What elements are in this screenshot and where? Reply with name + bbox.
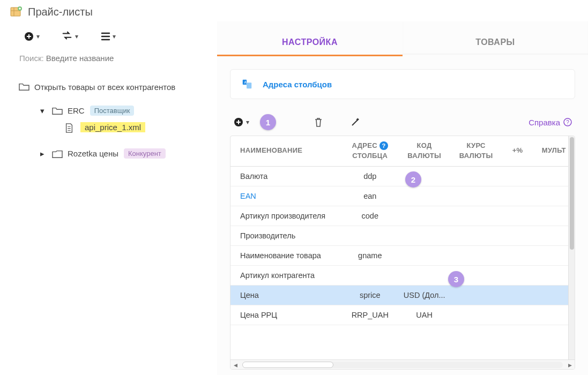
cell-rate: [450, 171, 502, 182]
cell-percent: [502, 230, 533, 241]
table-row[interactable]: ЦенаspriceUSD (Дол...: [230, 286, 575, 305]
chevron-down-icon: ▾: [113, 33, 116, 40]
callout-bubble-3: 3: [448, 271, 464, 287]
tab-products[interactable]: ТОВАРЫ: [403, 21, 588, 56]
cell-address: sprice: [341, 286, 398, 305]
cell-address: ddp: [341, 167, 398, 186]
cell-currency: [398, 211, 450, 221]
file-icon: [64, 123, 75, 132]
cell-percent: [502, 250, 533, 261]
table-row[interactable]: Валютаddp: [230, 167, 575, 186]
svg-text:A: A: [244, 80, 247, 84]
cell-currency: UAH: [398, 305, 450, 325]
cell-percent: [502, 211, 533, 221]
cell-address: [341, 230, 398, 241]
table-row[interactable]: Наименование товараgname: [230, 246, 575, 266]
cell-currency: [398, 191, 450, 201]
tree-file-api-price[interactable]: api_price_1.xml: [18, 119, 217, 136]
cell-name: EAN: [230, 186, 341, 206]
th-address[interactable]: АДРЕС ? СТОЛБЦА: [341, 136, 398, 166]
columns-section-title: Адреса столбцов: [263, 80, 332, 89]
cell-rate: [450, 290, 502, 301]
delete-button[interactable]: [314, 117, 323, 128]
chevron-down-icon: ▾: [246, 118, 249, 126]
callout-bubble-2: 2: [405, 171, 421, 188]
cell-name: Цена: [230, 286, 341, 305]
table-row[interactable]: Цена РРЦRRP_UAHUAH: [230, 305, 575, 325]
callout-bubble-1: 1: [260, 114, 276, 130]
help-icon[interactable]: ?: [379, 141, 388, 150]
columns-table: НАИМЕНОВАНИЕ АДРЕС ? СТОЛБЦА КОДВАЛЮТЫ К…: [230, 136, 575, 370]
tree-node-rozetka[interactable]: ▸ Rozetka цены Конкурент: [18, 145, 217, 162]
tabs: НАСТРОЙКА ТОВАРЫ: [217, 21, 588, 56]
magic-wand-button[interactable]: [350, 117, 361, 128]
cell-rate: [450, 191, 502, 201]
tree-expand-icon[interactable]: ▸: [39, 149, 46, 159]
svg-text:?: ?: [566, 119, 569, 125]
add-column-button[interactable]: ▾: [233, 117, 249, 128]
cell-name: Производитель: [230, 226, 341, 245]
tree-node-label: Rozetka цены: [68, 149, 118, 158]
search-label: Поиск:: [19, 54, 44, 63]
cell-rate: [450, 250, 502, 261]
table-row[interactable]: Производитель: [230, 226, 575, 246]
cell-percent: [502, 191, 533, 201]
tree-node-erc[interactable]: ▾ ERC Поставщик: [18, 102, 217, 119]
cell-rate: [450, 211, 502, 221]
svg-rect-6: [247, 82, 251, 88]
tree-node-label: ERC: [68, 106, 85, 115]
sidebar: ▾ ▾ ▾ Поиск:: [0, 21, 217, 375]
cell-name: Наименование товара: [230, 246, 341, 265]
tab-settings[interactable]: НАСТРОЙКА: [217, 21, 403, 56]
th-currency-code[interactable]: КОДВАЛЮТЫ: [398, 136, 450, 166]
help-link[interactable]: Справка ?: [529, 118, 572, 127]
cell-address: ean: [341, 186, 398, 206]
columns-section-header[interactable]: A Адреса столбцов: [230, 69, 575, 99]
tree-file-label: api_price_1.xml: [80, 122, 145, 132]
th-currency-rate[interactable]: КУРСВАЛЮТЫ: [450, 136, 502, 166]
chevron-down-icon: ▾: [36, 33, 40, 40]
add-button[interactable]: ▾: [24, 31, 40, 42]
cell-percent: [502, 310, 533, 320]
table-row[interactable]: Артикул производителяcode: [230, 206, 575, 226]
scroll-left-icon[interactable]: ◂: [230, 361, 240, 369]
cell-percent: [502, 290, 533, 301]
cell-address: code: [341, 206, 398, 226]
folder-open-icon: [51, 106, 62, 116]
chevron-down-icon: ▾: [75, 33, 78, 40]
table-row[interactable]: Артикул контрагента: [230, 266, 575, 286]
supplier-tag: Поставщик: [90, 106, 135, 116]
cell-percent: [502, 171, 533, 182]
cell-name: Цена РРЦ: [230, 305, 341, 325]
cell-currency: [398, 270, 450, 281]
cell-name: Артикул контрагента: [230, 266, 341, 285]
columns-icon: A: [241, 78, 253, 90]
folder-icon: [51, 149, 62, 159]
cell-percent: [502, 270, 533, 281]
cell-address: [341, 270, 398, 281]
sync-button[interactable]: ▾: [61, 31, 78, 42]
content-panel: НАСТРОЙКА ТОВАРЫ A Адреса столбцов ▾ 1: [217, 21, 588, 375]
folder-open-icon: [18, 82, 29, 92]
th-name[interactable]: НАИМЕНОВАНИЕ: [230, 137, 341, 166]
pricelist-icon: [10, 5, 23, 18]
th-percent[interactable]: +%: [502, 137, 533, 166]
cell-address: RRP_UAH: [341, 305, 398, 325]
table-row[interactable]: EANean: [230, 186, 575, 206]
cell-currency: [398, 230, 450, 241]
tree-collapse-icon[interactable]: ▾: [39, 106, 46, 116]
cell-currency: [398, 250, 450, 261]
title-bar: Прайс-листы: [0, 0, 588, 21]
vertical-scrollbar[interactable]: [568, 136, 575, 359]
competitor-tag: Конкурент: [124, 148, 166, 159]
list-button[interactable]: ▾: [100, 32, 116, 41]
cell-name: Артикул производителя: [230, 206, 341, 226]
page-title: Прайс-листы: [28, 6, 93, 18]
horizontal-scrollbar[interactable]: ◂ ▸: [230, 359, 575, 369]
open-all-contractors[interactable]: Открыть товары от всех контрагентов: [18, 79, 217, 95]
cell-currency: USD (Дол...: [398, 286, 450, 305]
cell-rate: [450, 230, 502, 241]
search-input[interactable]: [46, 54, 196, 63]
table-header: НАИМЕНОВАНИЕ АДРЕС ? СТОЛБЦА КОДВАЛЮТЫ К…: [230, 136, 575, 167]
scroll-right-icon[interactable]: ▸: [565, 361, 575, 369]
